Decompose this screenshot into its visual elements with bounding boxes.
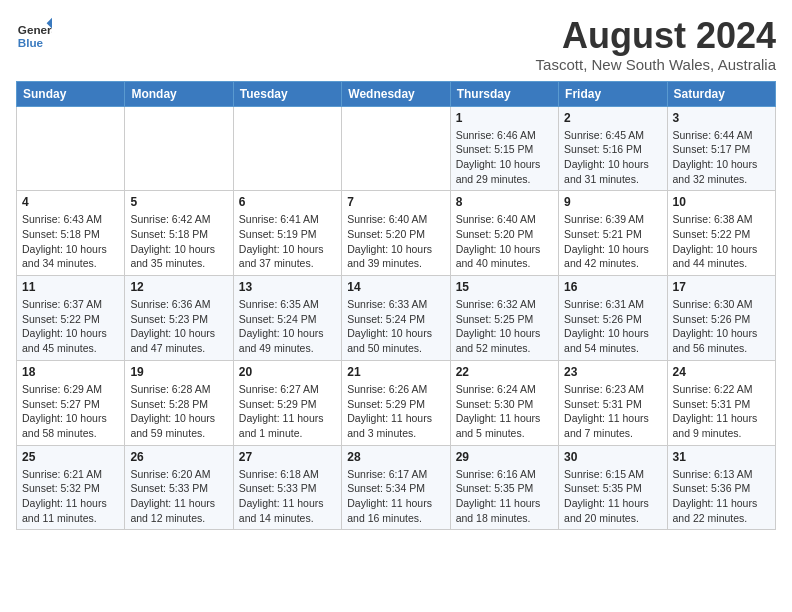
day-number: 13 <box>239 280 336 294</box>
logo-icon: General Blue <box>16 16 52 52</box>
calendar-cell: 14Sunrise: 6:33 AM Sunset: 5:24 PM Dayli… <box>342 276 450 361</box>
title-block: August 2024 Tascott, New South Wales, Au… <box>536 16 776 73</box>
day-info: Sunrise: 6:35 AM Sunset: 5:24 PM Dayligh… <box>239 297 336 356</box>
day-info: Sunrise: 6:31 AM Sunset: 5:26 PM Dayligh… <box>564 297 661 356</box>
day-number: 1 <box>456 111 553 125</box>
calendar-cell: 4Sunrise: 6:43 AM Sunset: 5:18 PM Daylig… <box>17 191 125 276</box>
month-year-title: August 2024 <box>536 16 776 56</box>
day-number: 22 <box>456 365 553 379</box>
calendar-cell: 20Sunrise: 6:27 AM Sunset: 5:29 PM Dayli… <box>233 360 341 445</box>
day-number: 14 <box>347 280 444 294</box>
calendar-table: SundayMondayTuesdayWednesdayThursdayFrid… <box>16 81 776 531</box>
day-header-friday: Friday <box>559 81 667 106</box>
day-header-wednesday: Wednesday <box>342 81 450 106</box>
day-info: Sunrise: 6:18 AM Sunset: 5:33 PM Dayligh… <box>239 467 336 526</box>
day-number: 9 <box>564 195 661 209</box>
day-info: Sunrise: 6:27 AM Sunset: 5:29 PM Dayligh… <box>239 382 336 441</box>
page-header: General Blue August 2024 Tascott, New So… <box>16 16 776 73</box>
calendar-cell: 5Sunrise: 6:42 AM Sunset: 5:18 PM Daylig… <box>125 191 233 276</box>
day-info: Sunrise: 6:24 AM Sunset: 5:30 PM Dayligh… <box>456 382 553 441</box>
calendar-cell: 7Sunrise: 6:40 AM Sunset: 5:20 PM Daylig… <box>342 191 450 276</box>
location-subtitle: Tascott, New South Wales, Australia <box>536 56 776 73</box>
day-header-monday: Monday <box>125 81 233 106</box>
day-info: Sunrise: 6:46 AM Sunset: 5:15 PM Dayligh… <box>456 128 553 187</box>
day-info: Sunrise: 6:17 AM Sunset: 5:34 PM Dayligh… <box>347 467 444 526</box>
calendar-cell: 15Sunrise: 6:32 AM Sunset: 5:25 PM Dayli… <box>450 276 558 361</box>
day-info: Sunrise: 6:44 AM Sunset: 5:17 PM Dayligh… <box>673 128 770 187</box>
calendar-cell: 31Sunrise: 6:13 AM Sunset: 5:36 PM Dayli… <box>667 445 775 530</box>
day-number: 16 <box>564 280 661 294</box>
day-info: Sunrise: 6:37 AM Sunset: 5:22 PM Dayligh… <box>22 297 119 356</box>
day-info: Sunrise: 6:29 AM Sunset: 5:27 PM Dayligh… <box>22 382 119 441</box>
day-number: 20 <box>239 365 336 379</box>
calendar-cell: 29Sunrise: 6:16 AM Sunset: 5:35 PM Dayli… <box>450 445 558 530</box>
day-info: Sunrise: 6:41 AM Sunset: 5:19 PM Dayligh… <box>239 212 336 271</box>
day-info: Sunrise: 6:21 AM Sunset: 5:32 PM Dayligh… <box>22 467 119 526</box>
day-info: Sunrise: 6:43 AM Sunset: 5:18 PM Dayligh… <box>22 212 119 271</box>
day-number: 15 <box>456 280 553 294</box>
day-number: 11 <box>22 280 119 294</box>
calendar-cell: 17Sunrise: 6:30 AM Sunset: 5:26 PM Dayli… <box>667 276 775 361</box>
calendar-cell: 21Sunrise: 6:26 AM Sunset: 5:29 PM Dayli… <box>342 360 450 445</box>
day-info: Sunrise: 6:32 AM Sunset: 5:25 PM Dayligh… <box>456 297 553 356</box>
calendar-cell: 9Sunrise: 6:39 AM Sunset: 5:21 PM Daylig… <box>559 191 667 276</box>
week-row-0: 1Sunrise: 6:46 AM Sunset: 5:15 PM Daylig… <box>17 106 776 191</box>
day-number: 6 <box>239 195 336 209</box>
day-number: 2 <box>564 111 661 125</box>
day-number: 30 <box>564 450 661 464</box>
calendar-cell: 6Sunrise: 6:41 AM Sunset: 5:19 PM Daylig… <box>233 191 341 276</box>
day-info: Sunrise: 6:16 AM Sunset: 5:35 PM Dayligh… <box>456 467 553 526</box>
calendar-cell: 10Sunrise: 6:38 AM Sunset: 5:22 PM Dayli… <box>667 191 775 276</box>
calendar-cell <box>342 106 450 191</box>
day-info: Sunrise: 6:40 AM Sunset: 5:20 PM Dayligh… <box>456 212 553 271</box>
day-info: Sunrise: 6:20 AM Sunset: 5:33 PM Dayligh… <box>130 467 227 526</box>
calendar-cell: 30Sunrise: 6:15 AM Sunset: 5:35 PM Dayli… <box>559 445 667 530</box>
day-info: Sunrise: 6:45 AM Sunset: 5:16 PM Dayligh… <box>564 128 661 187</box>
day-info: Sunrise: 6:22 AM Sunset: 5:31 PM Dayligh… <box>673 382 770 441</box>
calendar-cell: 23Sunrise: 6:23 AM Sunset: 5:31 PM Dayli… <box>559 360 667 445</box>
day-header-sunday: Sunday <box>17 81 125 106</box>
calendar-cell: 26Sunrise: 6:20 AM Sunset: 5:33 PM Dayli… <box>125 445 233 530</box>
calendar-cell: 8Sunrise: 6:40 AM Sunset: 5:20 PM Daylig… <box>450 191 558 276</box>
calendar-cell: 18Sunrise: 6:29 AM Sunset: 5:27 PM Dayli… <box>17 360 125 445</box>
day-number: 26 <box>130 450 227 464</box>
calendar-cell <box>233 106 341 191</box>
week-row-1: 4Sunrise: 6:43 AM Sunset: 5:18 PM Daylig… <box>17 191 776 276</box>
calendar-cell: 12Sunrise: 6:36 AM Sunset: 5:23 PM Dayli… <box>125 276 233 361</box>
day-number: 7 <box>347 195 444 209</box>
day-number: 28 <box>347 450 444 464</box>
calendar-cell: 16Sunrise: 6:31 AM Sunset: 5:26 PM Dayli… <box>559 276 667 361</box>
day-number: 17 <box>673 280 770 294</box>
week-row-3: 18Sunrise: 6:29 AM Sunset: 5:27 PM Dayli… <box>17 360 776 445</box>
day-header-saturday: Saturday <box>667 81 775 106</box>
day-info: Sunrise: 6:23 AM Sunset: 5:31 PM Dayligh… <box>564 382 661 441</box>
calendar-cell: 13Sunrise: 6:35 AM Sunset: 5:24 PM Dayli… <box>233 276 341 361</box>
day-info: Sunrise: 6:36 AM Sunset: 5:23 PM Dayligh… <box>130 297 227 356</box>
calendar-cell <box>17 106 125 191</box>
day-number: 10 <box>673 195 770 209</box>
day-number: 8 <box>456 195 553 209</box>
calendar-body: 1Sunrise: 6:46 AM Sunset: 5:15 PM Daylig… <box>17 106 776 530</box>
calendar-cell: 25Sunrise: 6:21 AM Sunset: 5:32 PM Dayli… <box>17 445 125 530</box>
week-row-4: 25Sunrise: 6:21 AM Sunset: 5:32 PM Dayli… <box>17 445 776 530</box>
svg-text:General: General <box>18 23 52 36</box>
day-number: 4 <box>22 195 119 209</box>
day-number: 19 <box>130 365 227 379</box>
day-number: 27 <box>239 450 336 464</box>
calendar-cell: 19Sunrise: 6:28 AM Sunset: 5:28 PM Dayli… <box>125 360 233 445</box>
day-info: Sunrise: 6:42 AM Sunset: 5:18 PM Dayligh… <box>130 212 227 271</box>
day-info: Sunrise: 6:30 AM Sunset: 5:26 PM Dayligh… <box>673 297 770 356</box>
day-number: 24 <box>673 365 770 379</box>
day-info: Sunrise: 6:26 AM Sunset: 5:29 PM Dayligh… <box>347 382 444 441</box>
day-number: 3 <box>673 111 770 125</box>
calendar-cell <box>125 106 233 191</box>
calendar-cell: 28Sunrise: 6:17 AM Sunset: 5:34 PM Dayli… <box>342 445 450 530</box>
calendar-cell: 2Sunrise: 6:45 AM Sunset: 5:16 PM Daylig… <box>559 106 667 191</box>
calendar-header: SundayMondayTuesdayWednesdayThursdayFrid… <box>17 81 776 106</box>
day-number: 12 <box>130 280 227 294</box>
day-number: 23 <box>564 365 661 379</box>
day-header-tuesday: Tuesday <box>233 81 341 106</box>
calendar-cell: 11Sunrise: 6:37 AM Sunset: 5:22 PM Dayli… <box>17 276 125 361</box>
day-info: Sunrise: 6:28 AM Sunset: 5:28 PM Dayligh… <box>130 382 227 441</box>
week-row-2: 11Sunrise: 6:37 AM Sunset: 5:22 PM Dayli… <box>17 276 776 361</box>
